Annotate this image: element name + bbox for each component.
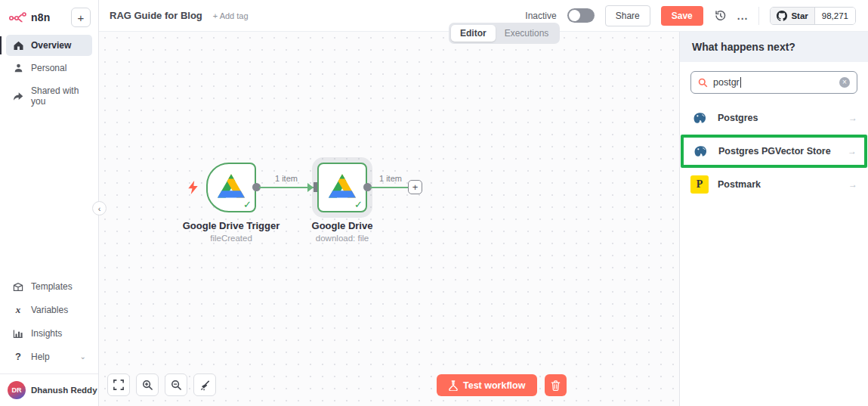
node-label-block: Google Drive Trigger fileCreated — [171, 220, 292, 243]
n8n-logo[interactable]: n8n — [9, 11, 51, 23]
sidebar-item-label: Variables — [31, 305, 68, 315]
n8n-logo-icon — [9, 12, 27, 23]
search-icon — [698, 78, 708, 88]
zoom-in-button[interactable] — [136, 373, 159, 396]
github-star-count: 98,271 — [814, 8, 855, 24]
node-result-postmark[interactable]: P Postmark → — [680, 169, 868, 200]
sidebar-item-label: Overview — [31, 40, 71, 51]
postgres-icon — [691, 142, 709, 160]
node-name: Google Drive — [282, 220, 403, 231]
share-button[interactable]: Share — [605, 5, 650, 26]
node-google-drive-trigger[interactable]: ✓ — [206, 163, 256, 212]
workflow-canvas[interactable]: ✓ 1 item ✓ 1 item + Google Drive Trigger… — [99, 32, 679, 406]
arrow-right-icon: → — [848, 146, 857, 157]
postgres-icon — [690, 109, 709, 127]
node-subtitle: fileCreated — [171, 234, 292, 243]
node-subtitle: download: file — [282, 234, 403, 243]
logo-text: n8n — [31, 11, 51, 23]
node-label-block: Google Drive download: file — [282, 220, 403, 243]
connection-items-label: 1 item — [379, 174, 402, 183]
node-results-list: Postgres → Postgres PGVector Store → P P… — [680, 103, 868, 200]
sidebar-item-variables[interactable]: x Variables — [6, 299, 92, 321]
sidebar-item-label: Templates — [31, 281, 73, 292]
clear-search-icon[interactable]: × — [839, 77, 850, 88]
connection-line[interactable] — [370, 187, 409, 188]
workflow-history-icon[interactable] — [714, 9, 727, 22]
active-toggle[interactable] — [567, 8, 595, 23]
text-caret — [740, 77, 741, 88]
variables-icon: x — [12, 304, 24, 316]
node-result-label: Postgres PGVector Store — [718, 146, 839, 157]
sidebar-item-templates[interactable]: Templates — [6, 276, 92, 297]
new-workflow-button[interactable]: + — [71, 8, 91, 27]
help-icon: ? — [12, 351, 24, 362]
node-result-label: Postmark — [718, 179, 839, 190]
topbar-right: Inactive Share Save ... Star 98,271 — [525, 5, 856, 26]
zoom-out-button[interactable] — [165, 373, 187, 396]
tab-editor[interactable]: Editor — [451, 25, 496, 42]
sidebar-collapse-button[interactable]: ‹ — [92, 201, 107, 215]
sidebar-item-insights[interactable]: Insights — [6, 323, 92, 344]
share-forward-icon — [12, 91, 24, 101]
test-workflow-button[interactable]: Test workflow — [437, 374, 537, 396]
save-button[interactable]: Save — [661, 6, 703, 26]
sidebar-item-personal[interactable]: Personal — [6, 57, 92, 79]
connection-arrowhead — [307, 183, 314, 192]
node-google-drive[interactable]: ✓ — [317, 163, 367, 212]
google-drive-icon — [218, 174, 245, 201]
sidebar-item-label: Insights — [31, 328, 62, 339]
workflow-status-label: Inactive — [525, 11, 556, 21]
canvas-controls — [107, 373, 216, 396]
test-workflow-label: Test workflow — [463, 380, 525, 391]
node-picker-panel: What happens next? postgr × Postgres → P… — [679, 32, 868, 406]
arrow-right-icon: → — [848, 179, 857, 190]
connection-line[interactable] — [259, 187, 314, 188]
chevron-down-icon: ⌄ — [80, 352, 86, 361]
node-name: Google Drive Trigger — [171, 220, 292, 231]
postmark-icon: P — [690, 175, 709, 194]
flask-icon — [449, 380, 458, 391]
connection-items-label: 1 item — [275, 174, 298, 183]
workflow-title[interactable]: RAG Guide for Blog — [110, 10, 202, 21]
user-name: Dhanush Reddy — [31, 386, 97, 395]
github-octocat-icon — [777, 11, 787, 21]
node-search-input[interactable]: postgr × — [690, 71, 857, 94]
avatar: DR — [8, 381, 26, 399]
sidebar-item-overview[interactable]: Overview — [6, 35, 92, 56]
editor-executions-tabs: Editor Executions — [449, 23, 560, 44]
search-value: postgr — [713, 77, 834, 88]
github-star-label: Star — [791, 11, 808, 20]
templates-box-icon — [12, 282, 24, 292]
github-star-widget[interactable]: Star 98,271 — [770, 7, 856, 25]
tidy-up-button[interactable] — [193, 373, 216, 396]
execute-bar: Test workflow — [437, 374, 567, 396]
trash-icon — [551, 380, 561, 391]
panel-title: What happens next? — [680, 32, 868, 62]
arrow-right-icon: → — [848, 113, 857, 123]
add-tag-button[interactable]: + Add tag — [213, 11, 249, 20]
tab-executions[interactable]: Executions — [496, 25, 558, 42]
topbar-divider — [758, 7, 759, 25]
more-options-dots-icon[interactable]: ... — [737, 10, 749, 22]
sidebar-item-label: Personal — [31, 63, 66, 73]
node-success-check-icon: ✓ — [354, 199, 363, 210]
insights-chart-icon — [12, 329, 24, 339]
home-icon — [12, 40, 24, 51]
sidebar-item-help[interactable]: ? Help ⌄ — [6, 346, 92, 367]
sidebar-item-shared-with-you[interactable]: Shared with you — [6, 80, 92, 112]
node-success-check-icon: ✓ — [243, 199, 252, 210]
google-drive-icon — [329, 174, 356, 201]
sidebar-item-label: Shared with you — [31, 85, 86, 107]
user-row[interactable]: DR Dhanush Reddy ... — [0, 373, 98, 406]
sidebar-item-label: Help — [31, 352, 50, 362]
highlight-annotation-box: Postgres PGVector Store → — [681, 135, 867, 168]
node-result-postgres-pgvector-store[interactable]: Postgres PGVector Store → — [684, 138, 864, 165]
trigger-bolt-icon — [187, 181, 199, 197]
zoom-to-fit-button[interactable] — [107, 373, 130, 396]
delete-workflow-button[interactable] — [545, 374, 567, 396]
sidebar: n8n + Overview Personal Shared with you … — [0, 0, 99, 406]
add-node-plus-button[interactable]: + — [408, 180, 422, 194]
node-result-postgres[interactable]: Postgres → — [680, 103, 868, 133]
sidebar-spacer — [6, 113, 92, 276]
person-icon — [12, 63, 24, 73]
